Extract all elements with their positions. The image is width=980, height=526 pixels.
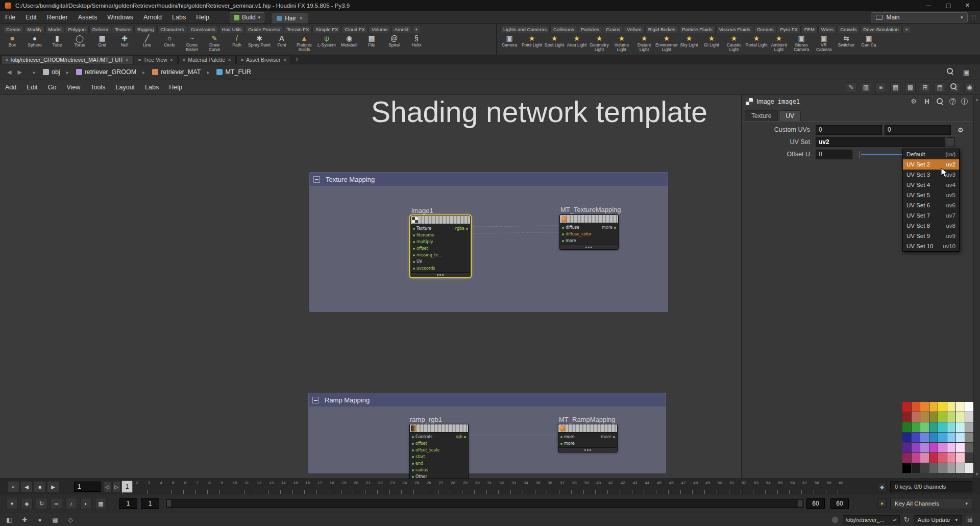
timeline-tick[interactable]: 37: [559, 479, 571, 494]
palette-swatch[interactable]: [912, 412, 920, 422]
handle-icon[interactable]: ◇: [65, 515, 76, 525]
node-param-row[interactable]: more: [558, 440, 617, 447]
shelf-tool[interactable]: ★ Area Light: [566, 33, 588, 54]
timeline-tick[interactable]: 23: [389, 479, 402, 494]
uv-set-menu-button[interactable]: [947, 137, 954, 147]
menu-item[interactable]: Help: [164, 81, 187, 94]
pane-tab[interactable]: Tree View ✕: [134, 55, 178, 64]
user-icon[interactable]: ◉: [964, 82, 975, 93]
node-param-row[interactable]: more: [560, 237, 618, 244]
shelf-tool[interactable]: ▣ VR Camera: [813, 33, 835, 54]
timeline-tick[interactable]: 38: [571, 479, 583, 494]
realtime-toggle-icon[interactable]: ↻: [36, 498, 47, 509]
houdini-engine-icon[interactable]: H: [923, 98, 931, 106]
range-start-field-2[interactable]: 1: [141, 498, 159, 509]
palette-swatch[interactable]: [938, 433, 947, 442]
node-header[interactable]: [558, 424, 617, 433]
forward-icon[interactable]: ▶: [14, 69, 24, 76]
shelf-tool[interactable]: ★ Environment Light: [655, 33, 678, 54]
shelf-tool[interactable]: ◯ Torus: [68, 33, 91, 54]
dropdown-item[interactable]: UV Set 4 uv4: [903, 180, 959, 190]
list-view-icon[interactable]: ≡: [875, 82, 886, 93]
shelf-tab[interactable]: Polygon: [65, 26, 88, 33]
menu-item[interactable]: Go: [43, 81, 62, 94]
timeline-tick[interactable]: 25: [413, 479, 426, 494]
node-footer[interactable]: [411, 272, 470, 277]
timeline-tick[interactable]: 12: [256, 479, 268, 494]
timeline-tick[interactable]: 35: [535, 479, 547, 494]
palette-swatch[interactable]: [929, 463, 938, 473]
shelf-tab[interactable]: Particles: [578, 26, 602, 33]
menu-item[interactable]: Windows: [102, 11, 138, 24]
palette-swatch[interactable]: [947, 463, 956, 473]
output-dot[interactable]: [464, 436, 466, 438]
node-param-row[interactable]: UV: [411, 258, 470, 265]
shelf-tool[interactable]: A Font: [271, 33, 293, 54]
timeline-tick[interactable]: 20: [353, 479, 365, 494]
import-icon[interactable]: ⊞: [920, 82, 930, 93]
custom-uvs-field-2[interactable]: 0: [885, 125, 951, 135]
stop-button[interactable]: ■: [34, 481, 46, 492]
timeline-tick[interactable]: 40: [595, 479, 607, 494]
palette-swatch[interactable]: [947, 422, 956, 432]
timeline-tick[interactable]: 7: [195, 479, 208, 494]
performance-icon[interactable]: ▥: [861, 82, 871, 93]
timeline-tick[interactable]: 15: [292, 479, 305, 494]
node-ramp-rgb1[interactable]: Controls rgb offset offset_scale: [409, 424, 469, 479]
shelf-tab[interactable]: Cloud FX: [341, 26, 368, 33]
timeline-tick[interactable]: 57: [801, 479, 814, 494]
timeline-tick[interactable]: 32: [498, 479, 510, 494]
palette-swatch[interactable]: [920, 402, 929, 412]
palette-swatch[interactable]: [902, 422, 911, 432]
output-dot[interactable]: [466, 228, 468, 230]
shelf-tab[interactable]: Texture: [112, 26, 134, 33]
uv-set-field[interactable]: uv2: [816, 137, 945, 147]
node-param-row[interactable]: uvcoords: [411, 265, 470, 272]
input-dot[interactable]: [413, 261, 415, 263]
palette-swatch[interactable]: [965, 453, 974, 463]
prev-frame-button[interactable]: ◁: [103, 481, 111, 492]
palette-swatch[interactable]: [920, 422, 929, 432]
shelf-tool[interactable]: ★ Volume Light: [610, 33, 633, 54]
add-pane-tab-button[interactable]: +: [291, 55, 302, 64]
search-icon[interactable]: [946, 67, 955, 77]
grid-icon[interactable]: ▦: [50, 515, 60, 525]
scroll-down-icon[interactable]: ▼: [975, 472, 979, 476]
timeline-tick[interactable]: 17: [316, 479, 329, 494]
help-icon[interactable]: ?: [949, 98, 956, 105]
desktop-tab-hair[interactable]: Hair ✕: [272, 13, 308, 23]
offset-u-field[interactable]: 0: [816, 150, 852, 159]
close-icon[interactable]: ✕: [125, 58, 129, 62]
palette-swatch[interactable]: [902, 443, 911, 452]
menu-item[interactable]: Labs: [140, 81, 164, 94]
shelf-tool[interactable]: ★ Sky Light: [678, 33, 700, 54]
dropdown-item[interactable]: UV Set 2 uv2: [903, 159, 959, 170]
shelf-tool[interactable]: ╱ Line: [136, 33, 158, 54]
jump-start-button[interactable]: «: [7, 481, 19, 492]
shelf-tab[interactable]: Viscous Fluids: [716, 26, 753, 33]
shelf-tab[interactable]: Rigid Bodies: [645, 26, 678, 33]
timeline-tick[interactable]: 5: [171, 479, 183, 494]
gear-icon[interactable]: ⚙: [958, 126, 964, 134]
input-dot[interactable]: [412, 436, 414, 438]
timeline-tick[interactable]: 13: [268, 479, 280, 494]
shelf-tool[interactable]: ● Sphere: [23, 33, 46, 54]
timeline-tick[interactable]: 28: [450, 479, 462, 494]
palette-swatch[interactable]: [912, 463, 920, 473]
timeline-tick[interactable]: 42: [620, 479, 632, 494]
palette-swatch[interactable]: [947, 433, 956, 442]
palette-swatch[interactable]: [929, 412, 938, 422]
palette-swatch[interactable]: [938, 443, 947, 452]
playhead[interactable]: 1: [121, 481, 133, 493]
shelf-set-selector[interactable]: Build ▾: [230, 12, 264, 22]
shelf-tab[interactable]: Pyro FX: [777, 26, 800, 33]
palette-swatch[interactable]: [902, 402, 911, 412]
network-box-header[interactable]: Ramp Mapping: [309, 393, 666, 407]
timeline-tick[interactable]: 22: [377, 479, 389, 494]
menu-item[interactable]: Tools: [85, 81, 110, 94]
range-start-field[interactable]: 1: [119, 498, 137, 509]
search-icon[interactable]: [936, 98, 944, 106]
shelf-tab[interactable]: Arnold: [391, 26, 411, 33]
shelf-tool[interactable]: ▣ Stereo Camera: [790, 33, 813, 54]
menu-item[interactable]: File: [0, 11, 20, 24]
